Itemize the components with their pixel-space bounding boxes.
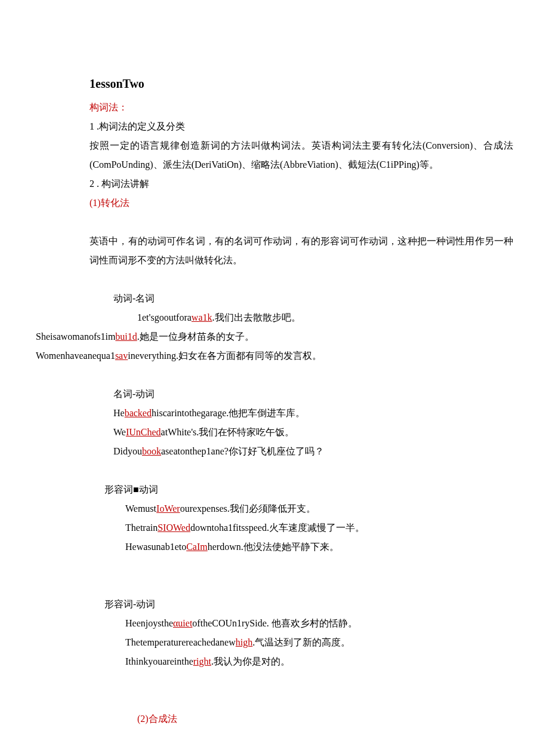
category-adj-verb-1: 形容词■动词 — [104, 480, 513, 499]
example-say: Womenhaveanequa1savineverything.妇女在各方面都有… — [36, 346, 513, 365]
spacer — [36, 365, 513, 385]
text-before: Wemust — [125, 503, 156, 514]
spacer — [36, 671, 513, 690]
underlined-word: right — [193, 656, 211, 666]
example-backed: Hebackedhiscarintothegarage.他把车倒进车库。 — [113, 404, 513, 423]
text-after: herdown.他没法使她平静下来。 — [208, 542, 339, 552]
underlined-word: backed — [125, 408, 152, 418]
text-after: atWhite's.我们在怀特家吃午饭。 — [161, 427, 295, 437]
document-page: 1essonTwo 构词法： 1 .构词法的定义及分类 按照一定的语言规律创造新… — [0, 0, 549, 752]
text-after: hiscarintothegarage.他把车倒进车库。 — [152, 408, 305, 418]
underlined-word: sav — [115, 351, 128, 361]
example-slowed: ThetrainSIOWeddowntoha1fitsspeed.火车速度减慢了… — [125, 518, 513, 537]
text-before: We — [113, 427, 126, 437]
cat3-b: 动词 — [139, 484, 158, 494]
text-before: 1et'sgooutfora — [137, 312, 192, 322]
example-lunched: WeIUnChedatWhite's.我们在怀特家吃午饭。 — [113, 423, 513, 442]
text-before: Didyou — [113, 446, 142, 456]
square-icon: ■ — [133, 484, 139, 494]
example-high: Thetemperaturereachedanewhigh.气温达到了新的高度。 — [125, 633, 513, 652]
text-after: downtoha1fitsspeed.火车速度减慢了一半。 — [190, 523, 365, 533]
section-heading-wordformation: 构词法： — [90, 98, 513, 117]
underlined-word: IUnChed — [126, 427, 161, 437]
text-after: aseatonthep1ane?你订好飞机座位了吗？ — [161, 446, 324, 456]
point-2-heading: 2 . 构词法讲解 — [90, 174, 513, 193]
example-book: Didyoubookaseatonthep1ane?你订好飞机座位了吗？ — [113, 442, 513, 461]
cat3-a: 形容词 — [104, 484, 133, 494]
example-build: Sheisawomanofs1imbui1d.她是一位身材苗条的女子。 — [36, 327, 513, 346]
text-after: .她是一位身材苗条的女子。 — [137, 331, 254, 342]
underlined-word: book — [142, 446, 161, 456]
spacer — [36, 557, 513, 576]
example-calm: Hewasunab1etoCaImherdown.他没法使她平静下来。 — [125, 537, 513, 557]
point-1-body: 按照一定的语言规律创造新词的方法叫做构词法。英语构词法主要有转化法(Conver… — [90, 136, 513, 174]
underlined-word: wa1k — [192, 312, 212, 322]
subheading-conversion: (1)转化法 — [90, 193, 513, 213]
spacer — [36, 270, 513, 289]
underlined-word: SIOWed — [158, 523, 190, 533]
text-after: ineverything.妇女在各方面都有同等的发言权。 — [128, 351, 322, 361]
text-before: Thetrain — [125, 523, 158, 533]
text-after: .气温达到了新的高度。 — [252, 637, 350, 647]
spacer — [36, 690, 513, 709]
conversion-desc: 英语中，有的动词可作名词，有的名词可作动词，有的形容词可作动词，这种把一种词性用… — [90, 232, 513, 270]
text-before: Hewasunab1eto — [125, 542, 186, 552]
text-before: He — [113, 408, 125, 418]
text-after: .我认为你是对的。 — [211, 656, 290, 666]
category-adj-verb-2: 形容词-动词 — [104, 595, 513, 614]
text-before: Thetemperaturereachedanew — [125, 637, 236, 647]
example-lower: WemustIoWerourexpenses.我们必须降低开支。 — [125, 499, 513, 518]
example-quiet: HeenjoystheαuietoftheCOUn1rySide. 他喜欢乡村的… — [125, 614, 513, 633]
text-before: Sheisawomanofs1im — [36, 331, 115, 342]
spacer — [36, 576, 513, 595]
category-noun-verb: 名词-动词 — [113, 385, 513, 404]
text-before: Ithinkyouareinthe — [125, 656, 193, 666]
point-1-heading: 1 .构词法的定义及分类 — [90, 117, 513, 136]
spacer — [36, 461, 513, 480]
underlined-word: bui1d — [115, 331, 137, 342]
text-after: .我们出去散散步吧。 — [212, 312, 301, 322]
underlined-word: IoWer — [156, 503, 180, 514]
category-verb-noun: 动词-名词 — [113, 289, 513, 308]
text-after: oftheCOUn1rySide. 他喜欢乡村的恬静。 — [192, 618, 357, 628]
spacer — [36, 213, 513, 232]
underlined-word: high — [236, 637, 252, 647]
underlined-word: CaIm — [186, 542, 208, 552]
text-before: Womenhaveanequa1 — [36, 351, 115, 361]
underlined-word: αuiet — [173, 618, 192, 628]
example-walk: 1et'sgooutforawa1k.我们出去散散步吧。 — [137, 308, 513, 327]
subheading-compounding: (2)合成法 — [137, 709, 513, 729]
text-before: Heenjoysthe — [125, 618, 173, 628]
lesson-title: 1essonTwo — [90, 72, 513, 96]
example-right: Ithinkyouareintheright.我认为你是对的。 — [125, 652, 513, 671]
text-after: ourexpenses.我们必须降低开支。 — [180, 503, 316, 514]
